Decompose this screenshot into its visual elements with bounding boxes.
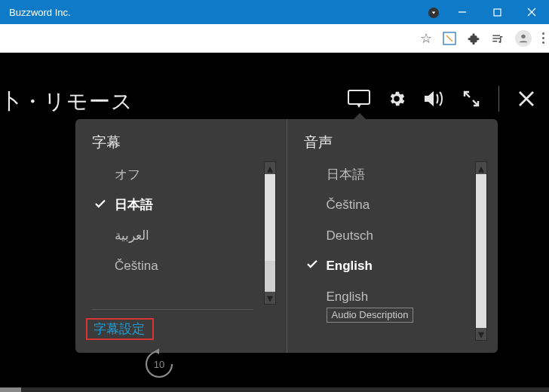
subtitles-list: ✔ オフ 日本語 ✔ العربية ✔: [92, 161, 276, 280]
svg-point-6: [521, 34, 525, 38]
audio-option-english-ad[interactable]: ✔ English Audio Description: [304, 283, 488, 329]
audio-option-japanese[interactable]: ✔ 日本語: [304, 161, 488, 188]
player-controls: [348, 86, 535, 112]
subtitle-option-arabic[interactable]: ✔ العربية: [92, 222, 276, 250]
audio-option-german[interactable]: ✔ Deutsch: [304, 222, 488, 250]
scroll-down-icon[interactable]: ▾: [265, 292, 275, 304]
fullscreen-icon[interactable]: [462, 90, 480, 108]
check-icon: [94, 197, 107, 214]
controls-divider: [498, 86, 499, 112]
window-title: Buzzword Inc.: [9, 7, 428, 18]
subtitle-option-czech[interactable]: ✔ Čeština: [92, 253, 276, 280]
column-divider: [92, 309, 253, 310]
scroll-down-icon[interactable]: ▾: [476, 328, 486, 340]
subtitle-settings-link[interactable]: 字幕設定: [94, 316, 145, 339]
audio-list: ✔ 日本語 ✔ Čeština ✔ Deutsch: [304, 161, 488, 329]
scroll-track[interactable]: [265, 174, 275, 292]
minimize-button[interactable]: [445, 0, 480, 24]
svg-rect-7: [348, 90, 370, 104]
subtitle-audio-panel: 字幕 ✔ オフ 日本語 ✔ العربية: [75, 119, 498, 353]
audio-list-viewport: ✔ 日本語 ✔ Čeština ✔ Deutsch: [304, 161, 488, 341]
seek-progress: [0, 387, 21, 392]
subtitles-scrollbar[interactable]: ▴ ▾: [264, 161, 276, 305]
close-button[interactable]: [514, 0, 549, 24]
scroll-up-icon[interactable]: ▴: [265, 162, 275, 174]
audio-option-label: Čeština: [327, 198, 370, 213]
subtitles-column: 字幕 ✔ オフ 日本語 ✔ العربية: [75, 119, 287, 353]
media-playlist-icon[interactable]: [491, 32, 505, 45]
scroll-thumb[interactable]: [476, 174, 486, 328]
extension-ocr-icon[interactable]: [443, 32, 456, 45]
scroll-up-icon[interactable]: ▴: [476, 162, 486, 174]
bookmark-star-icon[interactable]: ☆: [420, 30, 432, 47]
subtitles-icon[interactable]: [348, 90, 370, 108]
audio-description-badge: Audio Description: [327, 308, 414, 323]
subtitle-option-label: オフ: [115, 167, 140, 182]
audio-heading: 音声: [304, 133, 492, 152]
check-icon: [305, 258, 319, 275]
settings-gear-icon[interactable]: [387, 89, 406, 109]
titlebar-dropdown-icon[interactable]: [428, 8, 439, 18]
svg-rect-1: [494, 9, 501, 16]
audio-option-label: Deutsch: [327, 228, 373, 243]
scroll-track[interactable]: [476, 174, 486, 328]
subtitles-list-viewport: ✔ オフ 日本語 ✔ العربية ✔: [92, 161, 276, 305]
svg-line-5: [446, 35, 452, 41]
rewind-10-button[interactable]: 10: [142, 347, 176, 381]
scroll-thumb[interactable]: [265, 174, 275, 261]
subtitle-option-label: العربية: [115, 228, 149, 243]
video-player: 卜・リモース 字幕 ✔ オフ: [0, 53, 549, 392]
audio-option-label: 日本語: [327, 167, 365, 182]
browser-menu-icon[interactable]: [542, 32, 544, 44]
rewind-seconds-label: 10: [154, 359, 164, 370]
seek-bar[interactable]: [0, 387, 549, 392]
close-player-icon[interactable]: [517, 90, 535, 108]
audio-option-label: English: [327, 259, 373, 274]
subtitle-option-label: Čeština: [115, 259, 158, 274]
subtitles-heading: 字幕: [92, 133, 281, 152]
subtitle-option-japanese[interactable]: 日本語: [92, 191, 276, 219]
subtitle-settings-highlight: 字幕設定: [86, 318, 154, 340]
subtitle-option-label: 日本語: [115, 198, 153, 213]
audio-column: 音声 ✔ 日本語 ✔ Čeština ✔ Deutsch: [287, 119, 498, 353]
audio-scrollbar[interactable]: ▴ ▾: [475, 161, 487, 341]
video-title: 卜・リモース: [0, 87, 133, 116]
window-titlebar: Buzzword Inc.: [0, 0, 549, 24]
extensions-puzzle-icon[interactable]: [467, 32, 480, 45]
window-controls: [445, 0, 549, 24]
subtitle-option-off[interactable]: ✔ オフ: [92, 161, 276, 188]
audio-option-czech[interactable]: ✔ Čeština: [304, 191, 488, 219]
volume-icon[interactable]: [423, 89, 446, 109]
audio-option-english[interactable]: English: [304, 253, 488, 280]
profile-avatar-icon[interactable]: [515, 30, 532, 47]
browser-toolbar: ☆: [0, 24, 549, 53]
audio-option-label: English: [327, 289, 369, 305]
maximize-button[interactable]: [480, 0, 514, 24]
